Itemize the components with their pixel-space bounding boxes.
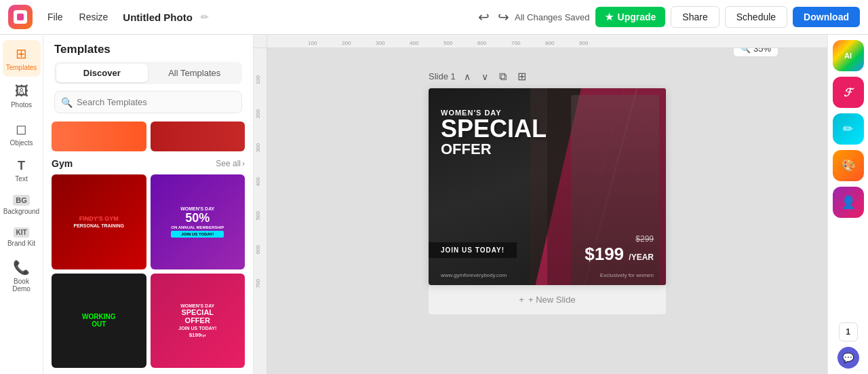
undo-button[interactable]: ↩ — [478, 9, 490, 25]
templates-title: Templates — [54, 43, 242, 56]
featured-banners — [52, 121, 245, 151]
canvas-scroll-area: Slide 1 ∧ ∨ ⧉ ⊞ — [267, 48, 827, 374]
star-icon: ★ — [605, 12, 614, 22]
ruler-mark-100: 100 — [308, 40, 317, 46]
logo-inner — [14, 10, 27, 24]
redo-button[interactable]: ↪ — [498, 9, 509, 25]
sidebar-item-book-demo[interactable]: 📞 Book Demo — [3, 254, 41, 298]
featured-banner-2[interactable] — [151, 121, 245, 151]
slide-label: Slide 1 — [429, 71, 456, 81]
brush-icon: ✏ — [843, 121, 853, 136]
v-ruler-mark-300: 300 — [255, 143, 261, 152]
slide-price-block: $299 $199 /YEAR — [585, 234, 654, 265]
upgrade-label: Upgrade — [618, 12, 656, 22]
templates-header: Templates Discover All Templates 🔍 — [43, 35, 253, 116]
sidebar-item-templates[interactable]: ⊞ Templates — [3, 40, 41, 77]
plus-icon: + — [519, 295, 524, 305]
featured-banner-1[interactable] — [52, 121, 146, 151]
sidebar-label-templates: Templates — [6, 64, 37, 71]
new-slide-button[interactable]: + + New Slide — [429, 285, 666, 314]
search-icon: 🔍 — [61, 97, 73, 108]
sidebar-item-objects[interactable]: ◻ Objects — [3, 115, 41, 152]
paint-button[interactable]: 🎨 — [833, 150, 864, 181]
topbar-menu: File Resize — [41, 9, 115, 25]
sidebar-label-book-demo: Book Demo — [5, 278, 38, 293]
chat-icon: 💬 — [842, 352, 854, 363]
ai-label: AI — [844, 52, 852, 60]
gym-template-3[interactable]: WORKINGOUT — [52, 274, 146, 369]
document-title[interactable]: Untitled Photo — [123, 12, 192, 23]
v-ruler-mark-100: 100 — [255, 75, 261, 84]
app-logo — [8, 5, 33, 29]
upgrade-button[interactable]: ★ Upgrade — [595, 7, 666, 27]
templates-search-container: 🔍 — [54, 91, 242, 113]
slide-price-new: $199 /YEAR — [585, 244, 654, 265]
sidebar-item-photos[interactable]: 🖼 Photos — [3, 78, 41, 114]
v-ruler-mark-700: 700 — [255, 279, 261, 288]
slide-text: WOMEN'S DAY SPECIAL OFFER — [441, 109, 547, 157]
book-demo-icon: 📞 — [13, 259, 30, 276]
history-controls: ↩ ↪ — [478, 9, 509, 25]
gym-template-2[interactable]: WOMEN'S DAY 50% ON ANNUAL MEMBERSHIP JOI… — [151, 174, 245, 269]
tab-discover[interactable]: Discover — [56, 64, 148, 82]
slide-nav-down[interactable]: ∨ — [479, 70, 491, 83]
slide-offer: OFFER — [441, 141, 547, 157]
right-panel: AI ℱ ✏ 🎨 👤 1 💬 — [827, 35, 868, 374]
sidebar-item-background[interactable]: BG Background — [3, 189, 41, 221]
slide-nav-up[interactable]: ∧ — [461, 70, 473, 83]
gym-see-all[interactable]: See all › — [216, 159, 245, 168]
tab-all-templates[interactable]: All Templates — [149, 64, 241, 82]
templates-icon: ⊞ — [16, 45, 27, 62]
gym-template-1[interactable]: FINDY'S GYM PERSONAL TRAINING — [52, 174, 146, 269]
brush-button[interactable]: ✏ — [833, 113, 864, 145]
ai-button[interactable]: AI — [833, 40, 864, 71]
slide-price-old: $299 — [585, 234, 654, 244]
slide-copy-btn[interactable]: ⧉ — [496, 69, 509, 84]
topbar: File Resize Untitled Photo ✏ ↩ ↪ All Cha… — [0, 0, 868, 35]
text-icon: T — [18, 159, 25, 173]
ruler-marks: 100 200 300 400 500 600 700 800 900 — [267, 35, 827, 48]
share-button[interactable]: Share — [671, 6, 719, 28]
search-input[interactable] — [54, 91, 242, 113]
sidebar-label-brand-kit: Brand Kit — [7, 240, 35, 247]
photos-icon: 🖼 — [15, 83, 28, 99]
objects-icon: ◻ — [16, 121, 27, 137]
slide-price-period: /YEAR — [629, 253, 654, 262]
schedule-button[interactable]: Schedule — [725, 6, 787, 28]
ruler-mark-300: 300 — [376, 40, 384, 46]
slide-price-new-value: $199 — [585, 244, 624, 264]
sidebar-item-text[interactable]: T Text — [3, 153, 41, 188]
menu-file[interactable]: File — [41, 9, 70, 25]
user-icon: 👤 — [841, 195, 856, 210]
paint-icon: 🎨 — [841, 158, 856, 173]
menu-resize[interactable]: Resize — [73, 9, 115, 25]
v-ruler-mark-500: 500 — [255, 211, 261, 220]
ruler-mark-900: 900 — [579, 40, 588, 46]
sidebar-label-background: Background — [3, 208, 39, 215]
sidebar-item-brand-kit[interactable]: KIT Brand Kit — [3, 222, 41, 253]
slide-container: Slide 1 ∧ ∨ ⧉ ⊞ — [429, 69, 666, 314]
gym-template-4[interactable]: WOMEN'S DAY SPECIALOFFER JOIN US TODAY! … — [151, 274, 245, 369]
ruler-mark-500: 500 — [443, 40, 452, 46]
edit-title-icon[interactable]: ✏ — [201, 12, 209, 22]
user-button[interactable]: 👤 — [833, 187, 864, 218]
slide-special: SPECIAL — [441, 117, 547, 141]
canvas-body: 100 200 300 400 500 600 700 Slide 1 ∧ ∨ … — [254, 48, 827, 374]
ruler-mark-700: 700 — [511, 40, 520, 46]
slide-header: Slide 1 ∧ ∨ ⧉ ⊞ — [429, 69, 529, 84]
chat-button[interactable]: 💬 — [837, 347, 859, 369]
canvas-area: 🔍 35% 100 200 300 400 500 600 700 800 90… — [254, 35, 827, 374]
vertical-ruler: 100 200 300 400 500 600 700 — [254, 48, 267, 374]
ruler-mark-400: 400 — [410, 40, 418, 46]
save-status: All Changes Saved — [515, 12, 590, 22]
slide-add-btn[interactable]: ⊞ — [515, 69, 529, 84]
main-layout: ⊞ Templates 🖼 Photos ◻ Objects T Text BG… — [0, 35, 868, 374]
gym-thumb-2-content: WOMEN'S DAY 50% ON ANNUAL MEMBERSHIP JOI… — [151, 174, 245, 269]
slide-canvas[interactable]: WOMEN'S DAY SPECIAL OFFER JOIN US TODAY!… — [429, 88, 666, 285]
ruler-corner — [254, 35, 267, 48]
v-ruler-mark-200: 200 — [255, 109, 261, 118]
download-button[interactable]: Download — [793, 7, 860, 27]
font-button[interactable]: ℱ — [833, 77, 864, 108]
horizontal-ruler: 100 200 300 400 500 600 700 800 900 — [267, 35, 827, 48]
gym-thumb-4-content: WOMEN'S DAY SPECIALOFFER JOIN US TODAY! … — [151, 274, 245, 369]
